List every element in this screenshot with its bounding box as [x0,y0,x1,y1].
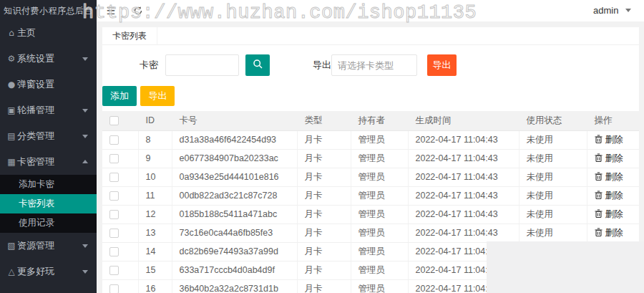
table-header-row: ID 卡号 类型 持有者 生成时间 使用状态 操作 [102,111,639,130]
export-selected-button[interactable]: 导出 [140,86,175,106]
cell-actions: 删除 [587,205,639,224]
col-header-card: 卡号 [172,111,297,130]
select-all-checkbox[interactable] [109,116,119,125]
category-icon: ▤ [6,123,16,149]
cell-holder: 管理员 [351,279,408,293]
col-header-holder: 持有者 [351,111,408,130]
sidebar-item-label: 弹窗设置 [17,79,54,90]
delete-link[interactable]: 删除 [605,135,623,145]
cell-holder: 管理员 [351,205,408,224]
cell-type: 月卡 [297,130,351,149]
sidebar-item-card-key[interactable]: ▦ 卡密管理 [0,149,97,175]
delete-link[interactable]: 删除 [605,191,623,201]
row-checkbox[interactable] [109,210,119,219]
trash-icon [595,153,602,162]
cell-id: 12 [138,205,172,224]
row-checkbox[interactable] [109,135,119,145]
table-row: 1373c16e0ca44a6fb85fe3月卡管理员2022-04-17 11… [102,224,639,242]
cell-type: 月卡 [297,261,351,279]
delete-link[interactable]: 删除 [605,209,623,219]
cell-holder: 管理员 [351,242,408,261]
card-key-icon: ▦ [6,149,16,175]
menu-fold-icon[interactable]: ☰ [102,0,119,21]
table-row: 9e0677384907ba20233ac月卡管理员2022-04-17 11:… [102,149,639,168]
circle-icon: ● [6,72,16,97]
cell-type: 月卡 [297,279,351,293]
cell-type: 月卡 [297,242,351,261]
col-header-status: 使用状态 [519,111,587,130]
refresh-icon[interactable] [130,0,147,21]
cell-card-number: dc82b69e74493a37a99d [172,242,297,261]
cell-id: 9 [138,149,172,168]
trash-icon [595,191,602,199]
add-button[interactable]: 添加 [102,86,137,106]
cell-id: 11 [138,186,172,205]
table-row: 8d31a38a46f6422454d93月卡管理员2022-04-17 11:… [102,130,639,149]
app-title: 知识付费小程序总后台 [0,0,97,20]
row-checkbox[interactable] [109,229,119,238]
table-row: 120185b188c5411a471abc月卡管理员2022-04-17 11… [102,205,639,224]
export-button[interactable]: 导出 [427,54,457,76]
sidebar-item-label: 主页 [17,27,36,38]
toolbar: 添加 导出 [102,86,639,106]
sidebar-item-system-settings[interactable]: ⚙ 系统设置 [0,46,97,72]
user-menu[interactable]: admin [593,0,631,21]
chevron-down-icon [82,57,88,61]
cell-created-time: 2022-04-17 11:04:43 [408,168,519,186]
delete-link[interactable]: 删除 [605,172,623,182]
cell-status: 未使用 [519,205,587,224]
chevron-down-icon [625,9,631,12]
cell-created-time: 2022-04-17 11:04:43 [408,130,519,149]
keyword-label: 卡密 [140,54,158,76]
sidebar-item-popup-settings[interactable]: ● 弹窗设置 [0,72,97,97]
sidebar-item-label: 系统设置 [17,53,54,64]
sidebar-item-home[interactable]: ⌂ 主页 [0,20,97,46]
row-checkbox[interactable] [109,154,119,163]
sidebar-item-category[interactable]: ▤ 分类管理 [0,123,97,149]
cell-id: 14 [138,242,172,261]
trash-icon [595,135,602,143]
sidebar-item-more-fun[interactable]: △ 更多好玩 [0,259,97,284]
cell-created-time: 2022-04-17 11:04:43 [408,186,519,205]
filter-row: 卡密 导出 导出 [102,54,639,76]
cell-status: 未使用 [519,168,587,186]
sidebar-item-usage-records[interactable]: 使用记录 [0,213,97,233]
cover-box [487,241,644,293]
row-checkbox[interactable] [109,173,119,182]
row-checkbox[interactable] [109,191,119,201]
resource-icon: ▧ [6,233,16,259]
cell-created-time: 2022-04-17 11:04:43 [408,205,519,224]
card-key-submenu: 添加卡密 卡密列表 使用记录 [0,175,97,233]
row-checkbox[interactable] [109,247,119,256]
chevron-down-icon [82,135,88,138]
cell-type: 月卡 [297,224,351,242]
more-fun-icon: △ [6,259,16,284]
row-checkbox[interactable] [109,284,119,293]
cell-holder: 管理员 [351,168,408,186]
cell-card-number: e0677384907ba20233ac [172,149,297,168]
sidebar-item-resources[interactable]: ▧ 资源管理 [0,233,97,259]
cell-type: 月卡 [297,149,351,168]
sidebar-item-carousel[interactable]: ▣ 轮播管理 [0,97,97,123]
delete-link[interactable]: 删除 [605,228,623,238]
sidebar-item-label: 卡密管理 [17,156,54,167]
cell-id: 15 [138,261,172,279]
sidebar-item-card-key-list[interactable]: 卡密列表 [0,194,97,213]
cell-holder: 管理员 [351,261,408,279]
table-row: 100a9343e25d444101e816月卡管理员2022-04-17 11… [102,168,639,186]
cell-card-number: 36b40b2a32a2c8731d1b [172,279,297,293]
sidebar-item-label: 资源管理 [17,240,54,251]
delete-link[interactable]: 删除 [605,153,623,163]
sidebar-item-add-card-key[interactable]: 添加卡密 [0,175,97,194]
tab-card-key-list[interactable]: 卡密列表 [102,27,157,45]
cell-actions: 删除 [587,130,639,149]
carousel-icon: ▣ [6,97,16,123]
row-checkbox[interactable] [109,266,119,275]
keyword-input[interactable] [165,54,239,76]
cell-type: 月卡 [297,186,351,205]
search-button[interactable] [245,54,270,76]
col-header-type: 类型 [297,111,351,130]
card-type-select[interactable] [331,54,417,76]
trash-icon [595,172,602,181]
chevron-down-icon [82,270,88,274]
